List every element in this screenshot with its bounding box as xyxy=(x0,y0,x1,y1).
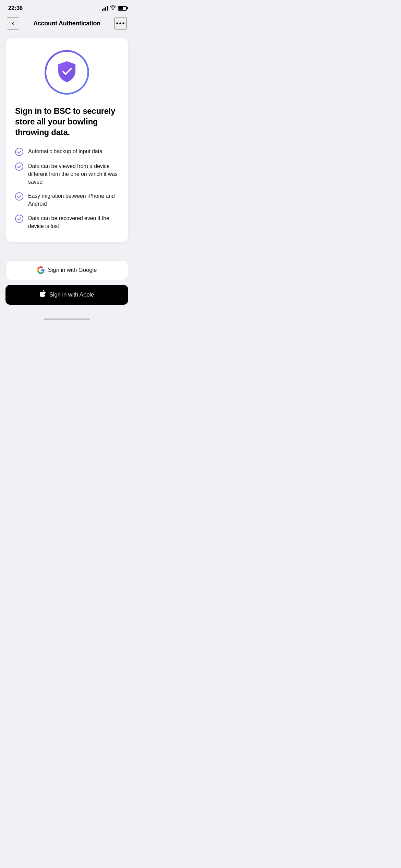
bottom-section: Sign in with Google Sign in with Apple xyxy=(0,251,134,318)
feature-text-4: Data can be recovered even if the device… xyxy=(28,214,119,230)
check-icon-3 xyxy=(15,192,23,201)
feature-item-1: Automatic backup of input data xyxy=(15,147,119,156)
main-card: Sign in to BSC to securely store all you… xyxy=(5,38,128,242)
svg-point-0 xyxy=(15,148,23,156)
sign-in-apple-button[interactable]: Sign in with Apple xyxy=(5,285,128,305)
svg-point-3 xyxy=(15,215,23,222)
wifi-icon xyxy=(110,5,116,11)
more-button[interactable]: ••• xyxy=(114,17,127,29)
header: ‹ Account Authentication ••• xyxy=(0,14,134,34)
check-icon-2 xyxy=(15,162,23,171)
feature-text-3: Easy migration between iPhone and Androi… xyxy=(28,192,119,208)
feature-text-1: Automatic backup of input data xyxy=(28,147,102,155)
feature-text-2: Data can be viewed from a device differe… xyxy=(28,162,119,186)
feature-item-3: Easy migration between iPhone and Androi… xyxy=(15,192,119,208)
status-icons xyxy=(102,5,127,11)
status-time: 22:36 xyxy=(8,5,23,12)
back-chevron-icon: ‹ xyxy=(12,20,14,27)
feature-item-2: Data can be viewed from a device differe… xyxy=(15,162,119,186)
svg-point-1 xyxy=(15,163,23,170)
feature-list: Automatic backup of input data Data can … xyxy=(15,147,119,230)
back-button[interactable]: ‹ xyxy=(7,17,19,29)
google-button-label: Sign in with Google xyxy=(48,267,97,274)
home-bar xyxy=(44,318,90,320)
sign-in-google-button[interactable]: Sign in with Google xyxy=(5,260,128,280)
shield-ring xyxy=(45,50,89,95)
apple-button-label: Sign in with Apple xyxy=(49,291,94,298)
page-title: Account Authentication xyxy=(33,20,100,27)
icon-container xyxy=(15,50,119,95)
content-area: Sign in to BSC to securely store all you… xyxy=(0,34,134,251)
feature-item-4: Data can be recovered even if the device… xyxy=(15,214,119,230)
check-icon-4 xyxy=(15,215,23,223)
headline: Sign in to BSC to securely store all you… xyxy=(15,106,119,138)
svg-point-2 xyxy=(15,193,23,200)
battery-icon xyxy=(118,6,127,11)
apple-logo-icon xyxy=(40,290,46,299)
google-logo-icon xyxy=(37,266,45,274)
check-icon-1 xyxy=(15,148,23,156)
more-icon: ••• xyxy=(116,20,125,27)
home-indicator xyxy=(0,318,134,324)
signal-icon xyxy=(102,6,108,11)
shield-icon xyxy=(54,60,79,85)
status-bar: 22:36 xyxy=(0,0,134,14)
